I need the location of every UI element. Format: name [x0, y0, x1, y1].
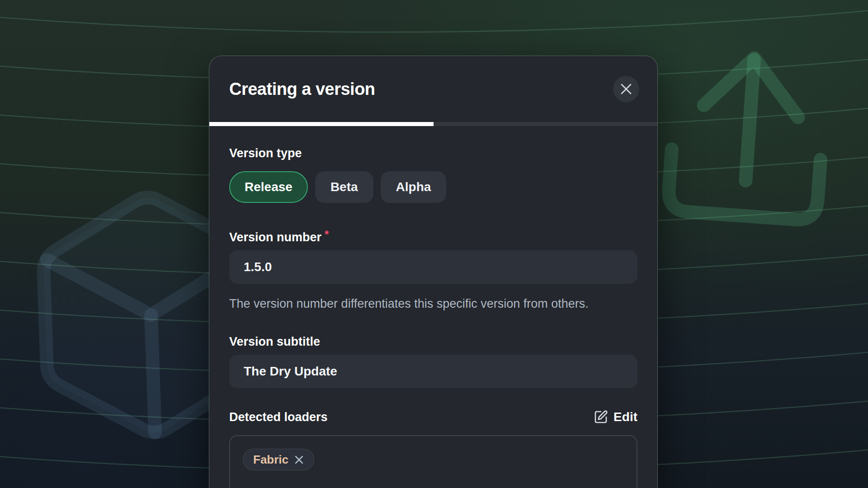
version-type-beta[interactable]: Beta	[315, 171, 373, 203]
modal-body: Version type Release Beta Alpha Version …	[209, 126, 657, 488]
version-number-input[interactable]	[229, 250, 637, 284]
version-number-label: Version number	[229, 230, 321, 244]
version-number-help: The version number differentiates this s…	[229, 295, 632, 313]
version-type-label: Version type	[229, 146, 637, 160]
required-marker: *	[325, 228, 329, 240]
loader-chip-fabric: Fabric	[243, 449, 314, 470]
version-type-options: Release Beta Alpha	[229, 171, 637, 203]
progress-bar	[209, 122, 657, 126]
edit-pen-icon	[594, 410, 608, 424]
detected-loaders-label: Detected loaders	[229, 410, 328, 424]
version-number-section: Version number* The version number diffe…	[229, 228, 637, 313]
detected-loaders-row: Detected loaders Edit	[229, 409, 637, 425]
close-icon	[620, 83, 632, 95]
remove-loader-icon[interactable]	[294, 455, 304, 465]
close-button[interactable]	[613, 76, 639, 102]
version-subtitle-label: Version subtitle	[229, 334, 637, 349]
upload-arrow-icon	[667, 53, 827, 221]
progress-fill	[209, 122, 434, 126]
create-version-modal: Creating a version Version type Release …	[209, 56, 658, 488]
version-subtitle-input[interactable]	[229, 355, 637, 388]
version-subtitle-section: Version subtitle	[229, 334, 637, 388]
detected-loaders-box: Fabric	[229, 435, 637, 488]
modal-title: Creating a version	[229, 80, 375, 99]
edit-button-label: Edit	[613, 410, 637, 424]
loader-chip-label: Fabric	[253, 453, 288, 467]
edit-loaders-button[interactable]: Edit	[594, 410, 637, 424]
modal-header: Creating a version	[209, 56, 657, 122]
version-type-alpha[interactable]: Alpha	[381, 171, 447, 203]
version-type-release[interactable]: Release	[229, 171, 308, 203]
